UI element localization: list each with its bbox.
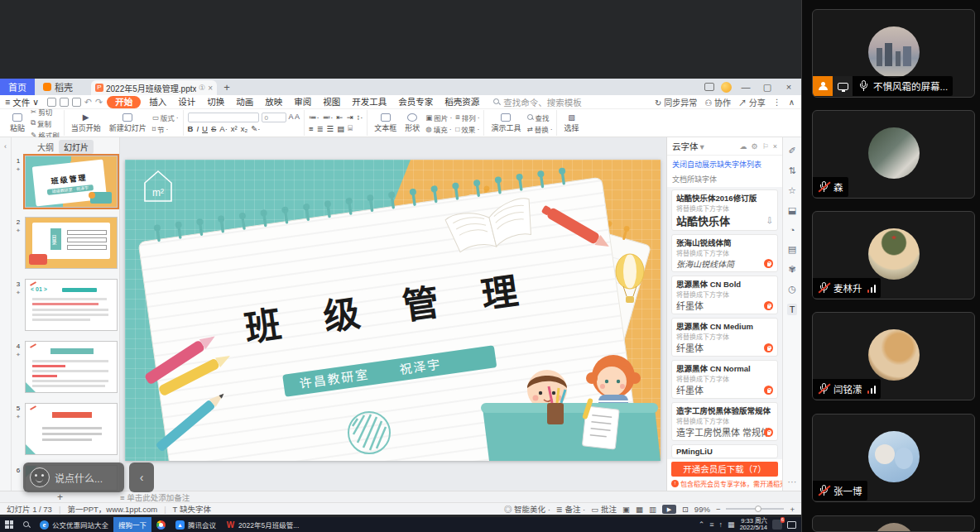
auto-show-link[interactable]: 关闭自动展示缺失字体列表 <box>667 156 782 171</box>
font-card[interactable]: 造字工房悦黑体验版常规体 将替换成下方字体 造字工房悦黑体 常规体 <box>671 402 778 441</box>
download-member-button[interactable]: 开通会员后下载（7） <box>671 462 778 477</box>
notes-button[interactable]: ≣ 备注 · <box>556 503 585 515</box>
italic-button[interactable]: I <box>196 124 199 133</box>
menu-tab-member[interactable]: 会员专家 <box>392 96 439 108</box>
slide-thumbnail-1[interactable]: 班级管理 班级教研室 · 祝泽宇 <box>25 156 118 208</box>
font-color-button[interactable]: A· <box>219 124 228 133</box>
bold-button[interactable]: B <box>188 124 194 133</box>
command-search[interactable]: 查找命令、搜索模板 <box>493 96 582 108</box>
tool-icon-image[interactable]: ▤ <box>788 244 796 255</box>
menu-tab-animation[interactable]: 动画 <box>230 96 259 108</box>
close-panel-icon[interactable]: × <box>773 142 777 151</box>
tray-app-badge[interactable] <box>772 520 782 530</box>
chat-collapse-button[interactable]: ‹ <box>129 463 154 492</box>
new-slide-button[interactable]: 新建幻灯片 <box>107 113 149 133</box>
font-family-combo[interactable] <box>188 113 259 122</box>
emoji-icon[interactable] <box>30 467 50 487</box>
minimize-button[interactable]: — <box>738 82 753 92</box>
account-avatar[interactable] <box>721 82 732 93</box>
presenter-tools-button[interactable]: 演示工具 <box>488 113 523 133</box>
new-slide-plus-button[interactable]: + <box>0 491 120 503</box>
more-tools-icon[interactable]: ⋯ <box>788 477 797 487</box>
copy-button[interactable]: ⧉ 复制 <box>31 118 60 128</box>
zoom-out-button[interactable]: − <box>716 505 721 514</box>
taskbar-active-app[interactable]: 搜狗一下 <box>113 517 151 532</box>
settings-icon[interactable]: ⚙ <box>752 142 758 151</box>
participant-tile[interactable] <box>812 515 975 532</box>
font-card[interactable]: 张海山锐线体简 将替换成下方字体 张海山锐线体简 <box>671 234 778 272</box>
taskbar-chrome[interactable] <box>151 517 171 532</box>
participant-tile[interactable]: 不惧风霜的屏幕... <box>812 9 975 98</box>
participant-tile[interactable]: 张一博 <box>812 414 975 502</box>
shape-button[interactable]: 形状 <box>402 113 422 133</box>
beautify-button[interactable]: ◎ 智能美化 · <box>504 503 550 515</box>
tool-icon-text[interactable]: T <box>787 304 798 315</box>
tab-docer[interactable]: 稻壳 <box>35 79 81 95</box>
zoom-in-button[interactable]: + <box>790 505 795 514</box>
slide-thumbnail-2[interactable]: 目录 <box>25 217 118 269</box>
slide-editor[interactable]: 班 级 管 理 许昌教研室 祝泽宇 m² <box>125 160 661 461</box>
tool-icon-star[interactable]: ☆ <box>788 185 796 196</box>
tool-icon-flower[interactable]: ✾ <box>788 264 795 275</box>
taskbar-clock[interactable]: 9:33 周六2022/5/14 <box>740 518 767 531</box>
menu-tab-transition[interactable]: 切换 <box>201 96 230 108</box>
highlight-button[interactable]: ✎· <box>251 124 260 133</box>
tool-icon-help[interactable]: ◔ <box>790 225 795 235</box>
meeting-chat-bubble[interactable]: 说点什么... <box>23 463 124 492</box>
play-from-page-button[interactable]: ▶当页开始 <box>69 113 103 133</box>
share-button[interactable]: ↗ 分享 <box>738 96 766 108</box>
cut-button[interactable]: ✂ 剪切 <box>31 107 60 117</box>
tray-icon-ime[interactable]: ▦ <box>728 520 735 529</box>
zoom-slider[interactable] <box>726 508 784 510</box>
select-button[interactable]: ▧选择 <box>561 113 581 133</box>
picture-button[interactable]: ▣ 图片 · <box>425 113 452 122</box>
notification-center-icon[interactable] <box>787 521 796 529</box>
tab-home[interactable]: 首页 <box>0 79 35 95</box>
menu-tab-dev[interactable]: 开发工具 <box>346 96 392 108</box>
subscript-button[interactable]: x₂ <box>241 124 247 133</box>
missing-font-status[interactable]: T 缺失字体 <box>173 503 211 515</box>
underline-button[interactable]: U <box>202 124 208 133</box>
pin-icon[interactable]: ⚐ <box>762 142 769 151</box>
message-center-icon[interactable] <box>704 83 714 91</box>
tool-icon-layout[interactable]: ⬓ <box>788 205 796 216</box>
collaborate-button[interactable]: ⚇ 协作 <box>704 96 731 108</box>
font-card[interactable]: 思源黑体 CN Medium 将替换成下方字体 纤墨体 <box>671 318 778 357</box>
redo-icon[interactable]: ↷ <box>95 97 103 108</box>
feedback-icon[interactable]: ☁ <box>740 142 747 151</box>
tab-document[interactable]: P 2022年5月班级管理.pptx ① × <box>91 80 217 95</box>
participant-tile[interactable]: 麦林升 <box>812 211 975 300</box>
close-button[interactable]: × <box>781 82 796 92</box>
menu-tab-insert[interactable]: 插入 <box>143 96 172 108</box>
font-size-combo[interactable]: 0 <box>262 113 286 122</box>
menu-tab-view[interactable]: 视图 <box>317 96 346 108</box>
panel-collapse-strip[interactable]: ‹ <box>0 137 12 491</box>
participant-tile[interactable]: 森 <box>812 110 975 199</box>
taskbar-meeting[interactable]: ▲腾讯会议 <box>171 517 221 532</box>
tab-outline[interactable]: 大纲 <box>37 141 54 153</box>
layout-button[interactable]: ▭ 版式 · <box>152 113 179 122</box>
taskbar-search[interactable] <box>18 517 35 532</box>
zoom-level[interactable]: 99% <box>694 505 710 514</box>
new-tab-button[interactable]: + <box>217 79 237 95</box>
preview-icon[interactable] <box>72 98 81 107</box>
slideshow-play-button[interactable]: ▶ <box>662 505 676 514</box>
replace-button[interactable]: ⇄ 替换 · <box>527 124 553 134</box>
menu-tab-design[interactable]: 设计 <box>172 96 201 108</box>
font-card[interactable]: 思源黑体 CN Bold 将替换成下方字体 纤墨体 <box>671 276 778 314</box>
doc-info-icon[interactable]: ① <box>199 84 205 92</box>
superscript-button[interactable]: x² <box>231 124 238 133</box>
download-cloud-icon[interactable]: ⇩ <box>766 216 773 225</box>
tray-icon-list[interactable]: ≡ <box>709 520 713 529</box>
find-button[interactable]: 查找 <box>527 113 553 122</box>
maximize-button[interactable]: ▢ <box>760 82 775 93</box>
tool-icon-props[interactable]: ✐ <box>788 146 795 156</box>
print-icon[interactable] <box>60 98 69 107</box>
tool-icon-switch[interactable]: ⇅ <box>788 165 795 176</box>
taskbar-ie[interactable]: e公交优惠网站大全 <box>35 517 113 532</box>
save-icon[interactable] <box>47 98 56 107</box>
slide-thumbnail-3[interactable]: < 01 > <box>25 279 118 331</box>
view-read-icon[interactable]: ▥ <box>649 505 656 514</box>
menu-tab-docer-res[interactable]: 稻壳资源 <box>439 96 485 108</box>
comments-button[interactable]: ▭ 批注 <box>591 503 617 515</box>
